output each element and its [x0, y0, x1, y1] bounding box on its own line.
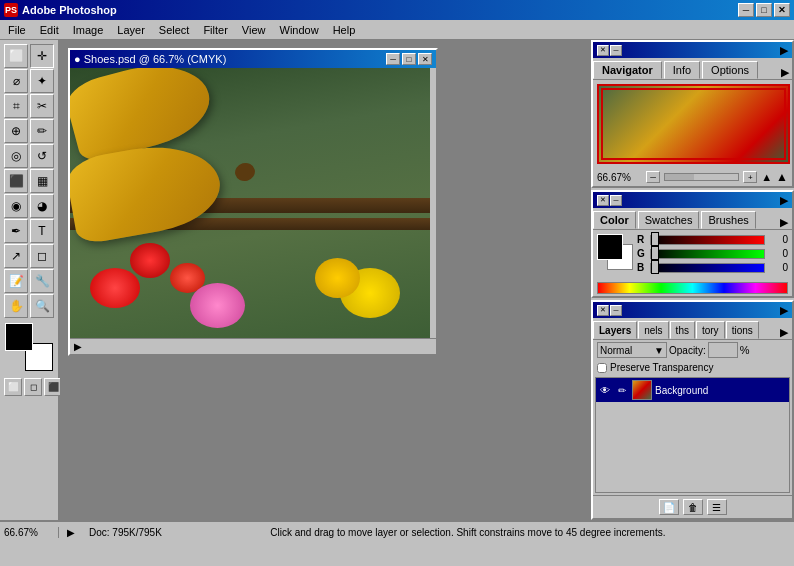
clone-tool[interactable]: ◎ [4, 144, 28, 168]
image-minimize-button[interactable]: ─ [386, 53, 400, 65]
layer-brush-icon[interactable]: ✏ [615, 383, 629, 397]
layers-panel-minimize[interactable]: ─ [610, 305, 622, 316]
zoom-slider[interactable] [664, 173, 739, 181]
r-slider-track[interactable] [650, 235, 765, 245]
b-slider-track[interactable] [650, 263, 765, 273]
layer-options-button[interactable]: ☰ [707, 499, 727, 515]
title-controls: ─ □ ✕ [738, 3, 790, 17]
opacity-percent: % [740, 344, 750, 356]
status-arrow-button[interactable]: ▶ [67, 527, 81, 538]
color-panel-close[interactable]: ✕ [597, 195, 609, 206]
tab-color[interactable]: Color [593, 211, 636, 229]
layers-panel-expand[interactable]: ▶ [780, 304, 788, 317]
history-tool[interactable]: ↺ [30, 144, 54, 168]
tab-swatches[interactable]: Swatches [638, 211, 700, 229]
zoom-out-button[interactable]: ─ [646, 171, 660, 183]
eyedropper-tool[interactable]: 🔧 [30, 269, 54, 293]
tab-history[interactable]: tory [696, 321, 725, 339]
menu-layer[interactable]: Layer [111, 22, 151, 38]
layer-row-background[interactable]: 👁 ✏ Background [596, 378, 789, 402]
delete-layer-button[interactable]: 🗑 [683, 499, 703, 515]
dodge-tool[interactable]: ◕ [30, 194, 54, 218]
menu-view[interactable]: View [236, 22, 272, 38]
color-panel-expand[interactable]: ▶ [780, 194, 788, 207]
lasso-tool[interactable]: ⌀ [4, 69, 28, 93]
layers-preserve: Preserve Transparency [593, 360, 792, 375]
b-label: B [637, 262, 647, 273]
navigator-panel-close[interactable]: ✕ [597, 45, 609, 56]
crop-tool[interactable]: ⌗ [4, 94, 28, 118]
tab-layers[interactable]: Layers [593, 321, 637, 339]
path-select-tool[interactable]: ↗ [4, 244, 28, 268]
brush-tool[interactable]: ✏ [30, 119, 54, 143]
spectrum-bar[interactable] [597, 282, 788, 294]
menu-file[interactable]: File [2, 22, 32, 38]
color-tab-arrow[interactable]: ▶ [780, 216, 792, 229]
layer-visibility-icon[interactable]: 👁 [598, 383, 612, 397]
g-label: G [637, 248, 647, 259]
menu-window[interactable]: Window [274, 22, 325, 38]
fullscreen-with-menu[interactable]: ◻ [24, 378, 42, 396]
opacity-input[interactable] [708, 342, 738, 358]
g-slider-track[interactable] [650, 249, 765, 259]
color-fg-swatch[interactable] [597, 234, 623, 260]
tab-navigator[interactable]: Navigator [593, 61, 662, 79]
tool-row-1: ⬜ ✛ [4, 44, 54, 68]
preserve-transparency-checkbox[interactable] [597, 363, 607, 373]
r-slider-thumb[interactable] [651, 232, 659, 246]
b-slider-thumb[interactable] [651, 260, 659, 274]
tab-options[interactable]: Options [702, 61, 758, 79]
layers-tab-arrow[interactable]: ▶ [780, 326, 792, 339]
flower-pink [190, 283, 245, 328]
menu-edit[interactable]: Edit [34, 22, 65, 38]
tab-paths[interactable]: ths [670, 321, 695, 339]
tab-channels[interactable]: nels [638, 321, 668, 339]
shape-tool[interactable]: ◻ [30, 244, 54, 268]
menu-select[interactable]: Select [153, 22, 196, 38]
image-status-bar: ▶ [70, 338, 436, 354]
menu-filter[interactable]: Filter [197, 22, 233, 38]
zoom-in-button[interactable]: + [743, 171, 757, 183]
tab-brushes[interactable]: Brushes [701, 211, 755, 229]
navigator-panel-expand[interactable]: ▶ [780, 44, 788, 57]
layers-panel-close[interactable]: ✕ [597, 305, 609, 316]
eraser-tool[interactable]: ⬛ [4, 169, 28, 193]
tool-row-11: ✋ 🔍 [4, 294, 54, 318]
move-tool[interactable]: ✛ [30, 44, 54, 68]
pen-tool[interactable]: ✒ [4, 219, 28, 243]
menu-help[interactable]: Help [327, 22, 362, 38]
magic-wand-tool[interactable]: ✦ [30, 69, 54, 93]
marquee-tool[interactable]: ⬜ [4, 44, 28, 68]
blend-mode-value: Normal [600, 345, 632, 356]
navigator-panel-minimize[interactable]: ─ [610, 45, 622, 56]
image-canvas [70, 68, 430, 338]
standard-screen-mode[interactable]: ⬜ [4, 378, 22, 396]
foreground-color-swatch[interactable] [5, 323, 33, 351]
zoom-slider-fill [665, 174, 694, 180]
app-icon: PS [4, 3, 18, 17]
g-slider-thumb[interactable] [651, 246, 659, 260]
tab-actions[interactable]: tions [726, 321, 759, 339]
navigator-tab-arrow[interactable]: ▶ [778, 65, 792, 79]
blend-mode-dropdown[interactable]: Normal ▼ [597, 342, 667, 358]
minimize-button[interactable]: ─ [738, 3, 754, 17]
image-close-button[interactable]: ✕ [418, 53, 432, 65]
blur-tool[interactable]: ◉ [4, 194, 28, 218]
menu-image[interactable]: Image [67, 22, 110, 38]
add-layer-button[interactable]: 📄 [659, 499, 679, 515]
notes-tool[interactable]: 📝 [4, 269, 28, 293]
slice-tool[interactable]: ✂ [30, 94, 54, 118]
hand-tool[interactable]: ✋ [4, 294, 28, 318]
flower-red-2 [130, 243, 170, 278]
maximize-button[interactable]: □ [756, 3, 772, 17]
zoom-tool[interactable]: 🔍 [30, 294, 54, 318]
gradient-tool[interactable]: ▦ [30, 169, 54, 193]
navigator-thumb-image [599, 86, 788, 162]
text-tool[interactable]: T [30, 219, 54, 243]
close-button[interactable]: ✕ [774, 3, 790, 17]
right-panel: ✕ ─ ▶ Navigator Info Options ▶ 66.67% ─ [589, 40, 794, 520]
image-maximize-button[interactable]: □ [402, 53, 416, 65]
color-panel-minimize[interactable]: ─ [610, 195, 622, 206]
healing-tool[interactable]: ⊕ [4, 119, 28, 143]
tab-info[interactable]: Info [664, 61, 700, 79]
